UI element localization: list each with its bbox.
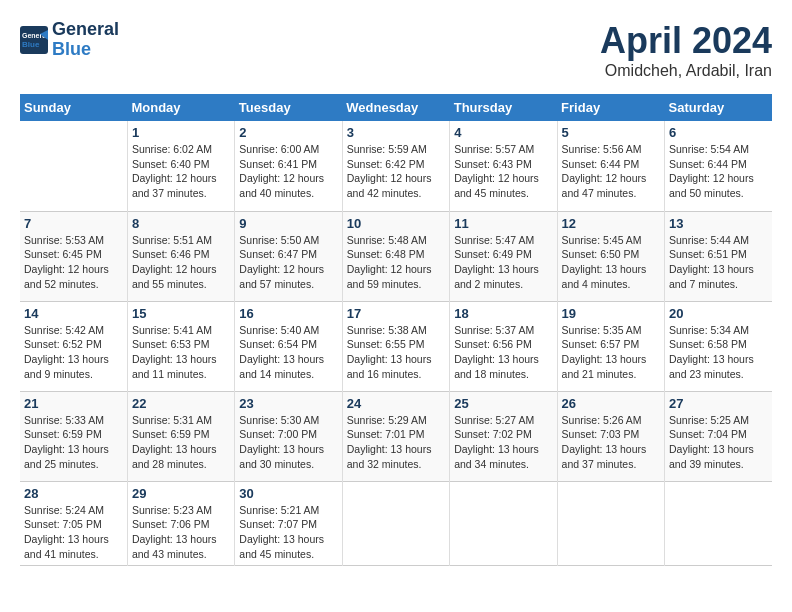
header-day-thursday: Thursday (450, 94, 557, 121)
header-day-sunday: Sunday (20, 94, 127, 121)
day-info: Sunrise: 6:02 AM Sunset: 6:40 PM Dayligh… (132, 142, 230, 201)
day-cell-8: 8Sunrise: 5:51 AM Sunset: 6:46 PM Daylig… (127, 211, 234, 301)
day-info: Sunrise: 5:54 AM Sunset: 6:44 PM Dayligh… (669, 142, 768, 201)
day-cell-7: 7Sunrise: 5:53 AM Sunset: 6:45 PM Daylig… (20, 211, 127, 301)
day-info: Sunrise: 5:34 AM Sunset: 6:58 PM Dayligh… (669, 323, 768, 382)
day-number: 21 (24, 396, 123, 411)
day-info: Sunrise: 5:51 AM Sunset: 6:46 PM Dayligh… (132, 233, 230, 292)
day-info: Sunrise: 5:57 AM Sunset: 6:43 PM Dayligh… (454, 142, 552, 201)
day-number: 29 (132, 486, 230, 501)
day-number: 30 (239, 486, 337, 501)
day-info: Sunrise: 5:45 AM Sunset: 6:50 PM Dayligh… (562, 233, 660, 292)
day-number: 25 (454, 396, 552, 411)
day-cell-3: 3Sunrise: 5:59 AM Sunset: 6:42 PM Daylig… (342, 121, 449, 211)
day-info: Sunrise: 5:33 AM Sunset: 6:59 PM Dayligh… (24, 413, 123, 472)
day-number: 15 (132, 306, 230, 321)
logo-icon: General Blue (20, 26, 48, 54)
day-info: Sunrise: 5:31 AM Sunset: 6:59 PM Dayligh… (132, 413, 230, 472)
day-cell-4: 4Sunrise: 5:57 AM Sunset: 6:43 PM Daylig… (450, 121, 557, 211)
empty-cell (450, 481, 557, 566)
week-row-3: 14Sunrise: 5:42 AM Sunset: 6:52 PM Dayli… (20, 301, 772, 391)
calendar-table: SundayMondayTuesdayWednesdayThursdayFrid… (20, 94, 772, 566)
day-cell-12: 12Sunrise: 5:45 AM Sunset: 6:50 PM Dayli… (557, 211, 664, 301)
day-number: 18 (454, 306, 552, 321)
day-info: Sunrise: 5:27 AM Sunset: 7:02 PM Dayligh… (454, 413, 552, 472)
day-number: 13 (669, 216, 768, 231)
day-number: 2 (239, 125, 337, 140)
week-row-5: 28Sunrise: 5:24 AM Sunset: 7:05 PM Dayli… (20, 481, 772, 566)
month-title: April 2024 (600, 20, 772, 62)
day-number: 7 (24, 216, 123, 231)
header-day-saturday: Saturday (665, 94, 772, 121)
header-day-wednesday: Wednesday (342, 94, 449, 121)
day-info: Sunrise: 5:21 AM Sunset: 7:07 PM Dayligh… (239, 503, 337, 562)
day-cell-16: 16Sunrise: 5:40 AM Sunset: 6:54 PM Dayli… (235, 301, 342, 391)
day-number: 16 (239, 306, 337, 321)
day-info: Sunrise: 5:53 AM Sunset: 6:45 PM Dayligh… (24, 233, 123, 292)
day-cell-23: 23Sunrise: 5:30 AM Sunset: 7:00 PM Dayli… (235, 391, 342, 481)
day-number: 27 (669, 396, 768, 411)
day-cell-6: 6Sunrise: 5:54 AM Sunset: 6:44 PM Daylig… (665, 121, 772, 211)
day-number: 19 (562, 306, 660, 321)
empty-cell (557, 481, 664, 566)
day-info: Sunrise: 5:37 AM Sunset: 6:56 PM Dayligh… (454, 323, 552, 382)
day-number: 28 (24, 486, 123, 501)
week-row-2: 7Sunrise: 5:53 AM Sunset: 6:45 PM Daylig… (20, 211, 772, 301)
header-row: SundayMondayTuesdayWednesdayThursdayFrid… (20, 94, 772, 121)
day-number: 24 (347, 396, 445, 411)
day-cell-9: 9Sunrise: 5:50 AM Sunset: 6:47 PM Daylig… (235, 211, 342, 301)
day-cell-28: 28Sunrise: 5:24 AM Sunset: 7:05 PM Dayli… (20, 481, 127, 566)
day-info: Sunrise: 5:26 AM Sunset: 7:03 PM Dayligh… (562, 413, 660, 472)
svg-text:Blue: Blue (22, 40, 40, 49)
day-info: Sunrise: 5:44 AM Sunset: 6:51 PM Dayligh… (669, 233, 768, 292)
day-cell-10: 10Sunrise: 5:48 AM Sunset: 6:48 PM Dayli… (342, 211, 449, 301)
location-title: Omidcheh, Ardabil, Iran (600, 62, 772, 80)
day-info: Sunrise: 5:40 AM Sunset: 6:54 PM Dayligh… (239, 323, 337, 382)
day-number: 11 (454, 216, 552, 231)
header-day-tuesday: Tuesday (235, 94, 342, 121)
empty-cell (20, 121, 127, 211)
day-number: 9 (239, 216, 337, 231)
day-info: Sunrise: 5:30 AM Sunset: 7:00 PM Dayligh… (239, 413, 337, 472)
day-cell-5: 5Sunrise: 5:56 AM Sunset: 6:44 PM Daylig… (557, 121, 664, 211)
day-cell-29: 29Sunrise: 5:23 AM Sunset: 7:06 PM Dayli… (127, 481, 234, 566)
day-cell-24: 24Sunrise: 5:29 AM Sunset: 7:01 PM Dayli… (342, 391, 449, 481)
day-cell-1: 1Sunrise: 6:02 AM Sunset: 6:40 PM Daylig… (127, 121, 234, 211)
day-cell-26: 26Sunrise: 5:26 AM Sunset: 7:03 PM Dayli… (557, 391, 664, 481)
day-info: Sunrise: 5:59 AM Sunset: 6:42 PM Dayligh… (347, 142, 445, 201)
day-cell-20: 20Sunrise: 5:34 AM Sunset: 6:58 PM Dayli… (665, 301, 772, 391)
day-info: Sunrise: 5:50 AM Sunset: 6:47 PM Dayligh… (239, 233, 337, 292)
day-info: Sunrise: 5:41 AM Sunset: 6:53 PM Dayligh… (132, 323, 230, 382)
day-info: Sunrise: 5:47 AM Sunset: 6:49 PM Dayligh… (454, 233, 552, 292)
day-info: Sunrise: 5:29 AM Sunset: 7:01 PM Dayligh… (347, 413, 445, 472)
logo: General Blue General Blue (20, 20, 119, 60)
day-number: 3 (347, 125, 445, 140)
day-info: Sunrise: 5:56 AM Sunset: 6:44 PM Dayligh… (562, 142, 660, 201)
day-cell-18: 18Sunrise: 5:37 AM Sunset: 6:56 PM Dayli… (450, 301, 557, 391)
day-info: Sunrise: 5:42 AM Sunset: 6:52 PM Dayligh… (24, 323, 123, 382)
week-row-4: 21Sunrise: 5:33 AM Sunset: 6:59 PM Dayli… (20, 391, 772, 481)
day-cell-17: 17Sunrise: 5:38 AM Sunset: 6:55 PM Dayli… (342, 301, 449, 391)
day-cell-14: 14Sunrise: 5:42 AM Sunset: 6:52 PM Dayli… (20, 301, 127, 391)
day-info: Sunrise: 5:48 AM Sunset: 6:48 PM Dayligh… (347, 233, 445, 292)
day-cell-25: 25Sunrise: 5:27 AM Sunset: 7:02 PM Dayli… (450, 391, 557, 481)
day-cell-30: 30Sunrise: 5:21 AM Sunset: 7:07 PM Dayli… (235, 481, 342, 566)
header-day-monday: Monday (127, 94, 234, 121)
day-info: Sunrise: 6:00 AM Sunset: 6:41 PM Dayligh… (239, 142, 337, 201)
day-cell-22: 22Sunrise: 5:31 AM Sunset: 6:59 PM Dayli… (127, 391, 234, 481)
empty-cell (342, 481, 449, 566)
day-number: 17 (347, 306, 445, 321)
day-number: 20 (669, 306, 768, 321)
title-section: April 2024 Omidcheh, Ardabil, Iran (600, 20, 772, 80)
day-cell-2: 2Sunrise: 6:00 AM Sunset: 6:41 PM Daylig… (235, 121, 342, 211)
day-info: Sunrise: 5:24 AM Sunset: 7:05 PM Dayligh… (24, 503, 123, 562)
day-info: Sunrise: 5:25 AM Sunset: 7:04 PM Dayligh… (669, 413, 768, 472)
day-number: 12 (562, 216, 660, 231)
day-cell-11: 11Sunrise: 5:47 AM Sunset: 6:49 PM Dayli… (450, 211, 557, 301)
day-number: 10 (347, 216, 445, 231)
day-cell-15: 15Sunrise: 5:41 AM Sunset: 6:53 PM Dayli… (127, 301, 234, 391)
day-cell-21: 21Sunrise: 5:33 AM Sunset: 6:59 PM Dayli… (20, 391, 127, 481)
day-cell-19: 19Sunrise: 5:35 AM Sunset: 6:57 PM Dayli… (557, 301, 664, 391)
header-day-friday: Friday (557, 94, 664, 121)
day-cell-13: 13Sunrise: 5:44 AM Sunset: 6:51 PM Dayli… (665, 211, 772, 301)
